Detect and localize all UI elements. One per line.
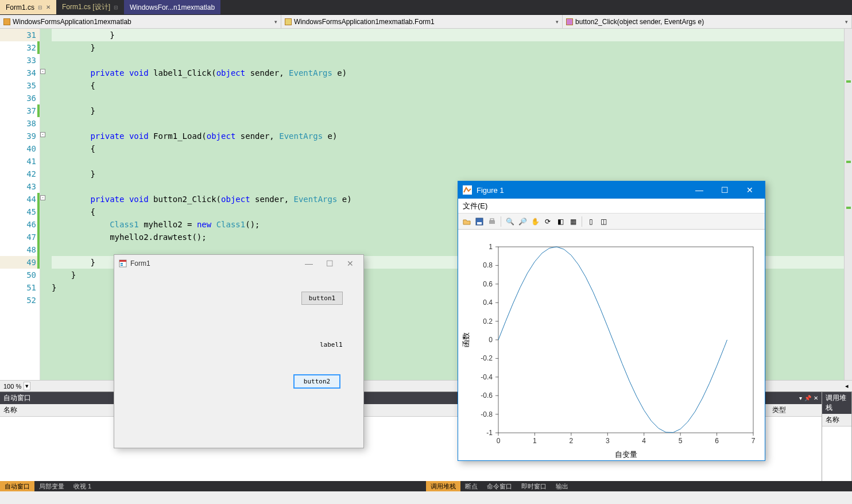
figure-toolbar: 🔍 🔎 ✋ ⟳ ◧ ▦ ▯ ◫ bbox=[458, 214, 765, 230]
pan-icon[interactable]: ✋ bbox=[530, 216, 540, 227]
svg-text:3: 3 bbox=[606, 437, 610, 445]
svg-text:2: 2 bbox=[570, 437, 574, 445]
figure-titlebar[interactable]: Figure 1 — ☐ ✕ bbox=[458, 181, 765, 199]
svg-text:0.4: 0.4 bbox=[483, 298, 493, 307]
form1-titlebar[interactable]: Form1 — ☐ ✕ bbox=[114, 255, 363, 272]
svg-text:0.6: 0.6 bbox=[483, 280, 493, 288]
tab-label: WindowsFor...n1mexmatlab bbox=[130, 3, 215, 11]
figure-window[interactable]: Figure 1 — ☐ ✕ 文件(E) 🔍 🔎 ✋ ⟳ ◧ ▦ ▯ ◫ 012… bbox=[458, 181, 765, 461]
button2[interactable]: button2 bbox=[293, 374, 340, 389]
dropdown-icon[interactable]: ▾ bbox=[799, 395, 802, 401]
nav-namespace-label: WindowsFormsApplication1mexmatlab bbox=[13, 18, 131, 26]
callstack-columns: 名称 bbox=[822, 414, 851, 427]
maximize-button[interactable]: ☐ bbox=[714, 185, 735, 195]
zoom-out-icon[interactable]: 🔎 bbox=[517, 216, 528, 227]
chevron-down-icon: ▾ bbox=[845, 19, 848, 25]
nav-member-dropdown[interactable]: button2_Click(object sender, EventArgs e… bbox=[563, 15, 852, 28]
figure-menubar: 文件(E) bbox=[458, 199, 765, 214]
overview-ruler[interactable] bbox=[844, 29, 852, 380]
insert-colorbar-icon[interactable]: ▯ bbox=[586, 216, 596, 227]
svg-text:0: 0 bbox=[489, 336, 493, 344]
svg-text:6: 6 bbox=[715, 437, 719, 445]
tool-tab-command[interactable]: 命令窗口 bbox=[482, 481, 517, 491]
matlab-icon bbox=[463, 185, 472, 195]
tab-form1-cs[interactable]: Form1.cs ⊟ ✕ bbox=[0, 0, 56, 14]
tab-project[interactable]: WindowsFor...n1mexmatlab bbox=[124, 0, 220, 14]
close-icon[interactable]: ✕ bbox=[814, 395, 818, 401]
print-icon[interactable] bbox=[487, 216, 497, 227]
tool-tab-breakpoints[interactable]: 断点 bbox=[460, 481, 482, 491]
maximize-button[interactable]: ☐ bbox=[321, 259, 338, 268]
close-button[interactable]: ✕ bbox=[342, 259, 359, 268]
insert-legend-icon[interactable]: ◫ bbox=[598, 216, 609, 227]
tool-tab-immediate[interactable]: 即时窗口 bbox=[517, 481, 551, 491]
svg-text:0.8: 0.8 bbox=[483, 261, 493, 269]
method-icon bbox=[566, 18, 573, 25]
tool-tab-output[interactable]: 输出 bbox=[551, 481, 573, 491]
pin-icon[interactable]: ⊟ bbox=[38, 5, 42, 10]
svg-rect-9 bbox=[498, 247, 753, 433]
zoom-level: 100 % bbox=[3, 383, 21, 390]
tool-tab-locals[interactable]: 局部变量 bbox=[34, 481, 69, 491]
col-name[interactable]: 名称 bbox=[826, 415, 848, 425]
svg-text:4: 4 bbox=[642, 437, 646, 445]
col-type[interactable]: 类型 bbox=[772, 405, 818, 415]
zoom-in-icon[interactable]: 🔍 bbox=[505, 216, 515, 227]
tool-tab-watch1[interactable]: 收视 1 bbox=[69, 481, 96, 491]
menu-file[interactable]: 文件(E) bbox=[463, 201, 487, 211]
chevron-down-icon: ▾ bbox=[274, 19, 277, 25]
minimize-button[interactable]: — bbox=[689, 185, 710, 195]
svg-text:-0.6: -0.6 bbox=[481, 391, 493, 400]
rotate-icon[interactable]: ⟳ bbox=[543, 216, 553, 227]
form1-window[interactable]: Form1 — ☐ ✕ button1 label1 button2 bbox=[114, 254, 364, 448]
tab-label: Form1.cs [设计] bbox=[62, 2, 110, 12]
save-icon[interactable] bbox=[474, 216, 485, 227]
svg-text:0: 0 bbox=[497, 437, 501, 445]
svg-text:5: 5 bbox=[679, 437, 683, 445]
datacursor-icon[interactable]: ◧ bbox=[555, 216, 566, 227]
tab-label: Form1.cs bbox=[6, 3, 34, 11]
nav-class-dropdown[interactable]: WindowsFormsApplication1mexmatlab.Form1 … bbox=[281, 15, 563, 28]
svg-text:-0.4: -0.4 bbox=[481, 373, 493, 381]
minimize-button[interactable]: — bbox=[300, 259, 317, 268]
change-marker bbox=[846, 161, 851, 163]
pin-icon[interactable]: 📌 bbox=[804, 395, 811, 401]
svg-rect-8 bbox=[490, 219, 494, 220]
figure-axes[interactable]: 01234567-1-0.8-0.6-0.4-0.200.20.40.60.81… bbox=[458, 230, 765, 460]
svg-text:1: 1 bbox=[533, 437, 537, 445]
callstack-body[interactable] bbox=[822, 427, 851, 481]
svg-text:-0.2: -0.2 bbox=[481, 354, 493, 362]
svg-rect-1 bbox=[119, 260, 126, 262]
svg-text:自变量: 自变量 bbox=[615, 450, 637, 459]
winforms-icon bbox=[119, 259, 127, 267]
callstack-pane-title[interactable]: 调用堆栈 bbox=[822, 392, 851, 414]
close-button[interactable]: ✕ bbox=[739, 185, 760, 195]
brush-icon[interactable]: ▦ bbox=[568, 216, 578, 227]
label1: label1 bbox=[320, 341, 343, 348]
pin-icon[interactable]: ⊟ bbox=[114, 5, 118, 10]
form1-client: button1 label1 button2 bbox=[114, 272, 363, 448]
figure-title: Figure 1 bbox=[477, 186, 504, 195]
button1[interactable]: button1 bbox=[301, 292, 343, 305]
change-marker bbox=[846, 80, 851, 83]
separator bbox=[501, 216, 501, 227]
svg-text:7: 7 bbox=[752, 437, 756, 445]
nav-member-label: button2_Click(object sender, EventArgs e… bbox=[575, 18, 704, 26]
nav-namespace-dropdown[interactable]: WindowsFormsApplication1mexmatlab ▾ bbox=[0, 15, 281, 28]
zoom-dropdown[interactable]: ▾ bbox=[24, 382, 30, 390]
nav-breadcrumb: WindowsFormsApplication1mexmatlab ▾ Wind… bbox=[0, 15, 852, 29]
close-icon[interactable]: ✕ bbox=[46, 4, 51, 10]
tool-tab-autos[interactable]: 自动窗口 bbox=[0, 481, 34, 491]
tool-tab-callstack[interactable]: 调用堆栈 bbox=[426, 481, 460, 491]
form1-title: Form1 bbox=[130, 259, 150, 267]
svg-text:1: 1 bbox=[489, 243, 493, 251]
pane-title-label: 调用堆栈 bbox=[826, 393, 848, 413]
tab-form1-design[interactable]: Form1.cs [设计] ⊟ bbox=[56, 0, 124, 14]
svg-text:0.2: 0.2 bbox=[483, 317, 493, 325]
svg-rect-2 bbox=[121, 263, 123, 264]
callstack-pane: 调用堆栈 名称 bbox=[822, 392, 852, 481]
class-icon bbox=[285, 18, 292, 25]
open-icon[interactable] bbox=[462, 216, 472, 227]
separator bbox=[582, 216, 582, 227]
hscroll-left[interactable]: ◂ bbox=[845, 382, 849, 390]
